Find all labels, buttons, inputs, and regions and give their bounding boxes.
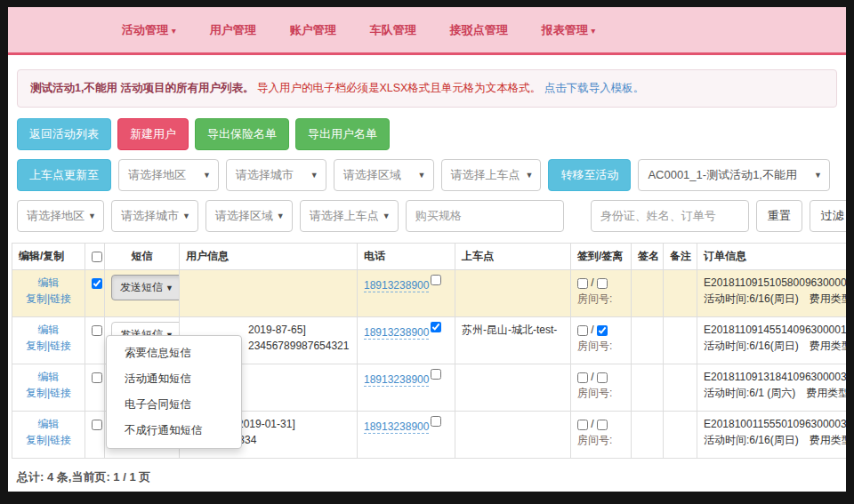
room-number-label: 房间号: <box>577 340 612 352</box>
row-checkbox[interactable] <box>92 278 102 289</box>
col-remark: 备注 <box>664 243 697 269</box>
room-number-label: 房间号: <box>577 292 612 305</box>
download-template-link[interactable]: 点击下载导入模板。 <box>544 82 645 94</box>
new-user-button[interactable]: 新建用户 <box>117 118 189 150</box>
target-activity-select[interactable]: AC0001_1-测试活动1,不能用▼ <box>638 159 830 191</box>
checkout-checkbox[interactable] <box>597 278 608 289</box>
user-table-area: 编辑/复制 短信 用户信息 电话 上车点 签到/签离 签名 备注 订单信息 编辑… <box>12 243 846 459</box>
chevron-down-icon: ▼ <box>277 212 285 220</box>
phone-checkbox[interactable] <box>431 275 441 285</box>
phone-checkbox[interactable] <box>431 322 441 332</box>
district-select-2[interactable]: 请选择区域▼ <box>205 200 293 232</box>
remark-cell <box>664 269 697 316</box>
row-checkbox[interactable] <box>92 420 102 430</box>
order-number: E2018110914551409630000195 <box>704 322 846 339</box>
phone-link[interactable]: 18913238900 <box>364 279 429 292</box>
pickup-select-2[interactable]: 请选择上车点▼ <box>300 200 399 232</box>
phone-link[interactable]: 18913238900 <box>364 326 429 340</box>
back-to-activities-button[interactable]: 返回活动列表 <box>17 118 111 150</box>
search-input[interactable] <box>591 200 749 232</box>
chevron-down-icon: ▾ <box>591 26 595 36</box>
update-pickup-button[interactable]: 上车点更新至 <box>17 159 111 191</box>
sms-menu-item-request-info[interactable]: 索要信息短信 <box>107 340 241 366</box>
edit-link[interactable]: 编辑 <box>38 371 60 383</box>
checkin-checkbox[interactable] <box>577 278 588 289</box>
checkout-checkbox[interactable] <box>597 420 608 430</box>
select-value: 请选择地区 <box>27 208 85 224</box>
edit-link[interactable]: 编辑 <box>38 276 60 289</box>
region-select[interactable]: 请选择地区▼ <box>118 159 219 191</box>
chevron-down-icon: ▼ <box>814 171 822 180</box>
nav-label: 车队管理 <box>370 23 416 36</box>
city-select[interactable]: 请选择城市▼ <box>226 159 326 191</box>
screen-frame: 活动管理 ▾ 用户管理 账户管理 车队管理 接驳点管理 报表管理 ▾ 测试活动1… <box>0 0 854 504</box>
order-detail: 活动时间:6/16(周日) 费用类型 <box>704 291 846 308</box>
table-row: 编辑复制|链接 发送短信▼ 18913238900 / 房间号: E201811… <box>12 269 847 316</box>
col-pickup: 上车点 <box>455 243 571 269</box>
nav-label: 接驳点管理 <box>450 23 508 36</box>
row-checkbox[interactable] <box>92 372 102 383</box>
phone-checkbox[interactable] <box>431 416 441 427</box>
send-sms-button[interactable]: 发送短信▼ <box>111 275 180 300</box>
edit-link[interactable]: 编辑 <box>38 418 60 430</box>
nav-item-report-mgmt[interactable]: 报表管理 ▾ <box>542 22 596 38</box>
copy-link[interactable]: 复制|链接 <box>26 292 71 305</box>
nav-item-shuttle-point-mgmt[interactable]: 接驳点管理 <box>450 22 508 38</box>
select-all-checkbox[interactable] <box>92 252 102 262</box>
sms-menu-item-e-contract[interactable]: 电子合同短信 <box>107 392 241 418</box>
edit-link[interactable]: 编辑 <box>38 324 60 336</box>
copy-link[interactable]: 复制|链接 <box>26 387 71 399</box>
col-user-info: 用户信息 <box>180 243 358 269</box>
checkout-checkbox[interactable] <box>597 372 608 383</box>
sms-button-label: 发送短信 <box>120 281 163 293</box>
table-header-row: 编辑/复制 短信 用户信息 电话 上车点 签到/签离 签名 备注 订单信息 <box>12 243 847 269</box>
region-select-2[interactable]: 请选择地区▼ <box>17 200 104 232</box>
nav-label: 用户管理 <box>210 23 256 36</box>
chevron-down-icon: ▼ <box>88 212 96 220</box>
copy-link[interactable]: 复制|链接 <box>26 340 71 352</box>
transfer-activity-button[interactable]: 转移至活动 <box>548 159 631 191</box>
pickup-select[interactable]: 请选择上车点▼ <box>441 159 542 191</box>
checkin-checkbox[interactable] <box>577 420 588 430</box>
select-value: 请选择区域 <box>215 208 273 224</box>
spec-input[interactable] <box>406 200 564 232</box>
nav-item-activity-mgmt[interactable]: 活动管理 ▾ <box>122 22 176 38</box>
nav-label: 账户管理 <box>290 23 336 36</box>
nav-item-user-mgmt[interactable]: 用户管理 <box>210 22 256 38</box>
pickup-text: 苏州-昆山-城北-test- <box>462 324 557 336</box>
nav-item-fleet-mgmt[interactable]: 车队管理 <box>370 22 416 38</box>
export-insurance-button[interactable]: 导出保险名单 <box>195 118 289 150</box>
remark-cell <box>664 411 697 458</box>
col-sms: 短信 <box>105 243 180 269</box>
sms-dropdown-menu: 索要信息短信 活动通知短信 电子合同短信 不成行通知短信 <box>106 335 242 449</box>
col-select-all <box>85 243 105 269</box>
copy-link[interactable]: 复制|链接 <box>26 434 71 446</box>
filter-button[interactable]: 过滤 <box>810 200 846 232</box>
select-value: AC0001_1-测试活动1,不能用 <box>648 167 797 183</box>
alert-warning-text: 导入用户的电子档必须是XLSX格式且单元格为文本格式。 <box>257 82 541 94</box>
export-users-button[interactable]: 导出用户名单 <box>295 118 390 150</box>
order-detail: 活动时间:6/1 (周六) 费用类型 <box>704 385 846 402</box>
chevron-down-icon: ▼ <box>310 171 318 180</box>
info-alert: 测试活动1,不能用 活动项目的所有用户列表。 导入用户的电子档必须是XLSX格式… <box>17 69 837 108</box>
nav-label: 报表管理 <box>542 23 588 36</box>
sms-menu-item-cancel-notice[interactable]: 不成行通知短信 <box>107 418 241 444</box>
nav-item-account-mgmt[interactable]: 账户管理 <box>290 22 336 38</box>
district-select[interactable]: 请选择区域▼ <box>334 159 434 191</box>
checkout-checkbox[interactable] <box>597 325 608 336</box>
sms-menu-item-activity-notice[interactable]: 活动通知短信 <box>107 366 241 392</box>
search-filter-row: 请选择地区▼ 请选择城市▼ 请选择区域▼ 请选择上车点▼ 重置 过滤 <box>17 200 837 232</box>
reset-button[interactable]: 重置 <box>756 200 802 232</box>
chevron-down-icon: ▾ <box>172 26 176 36</box>
row-checkbox[interactable] <box>92 325 102 336</box>
order-number: E201811091318410963000031 <box>704 369 846 386</box>
order-detail: 活动时间:6/16(周日) 费用类型 <box>704 338 846 355</box>
chevron-down-icon: ▼ <box>203 171 211 180</box>
phone-link[interactable]: 18913238900 <box>364 373 429 387</box>
checkin-checkbox[interactable] <box>577 372 588 383</box>
city-select-2[interactable]: 请选择城市▼ <box>111 200 198 232</box>
checkin-checkbox[interactable] <box>577 325 588 336</box>
phone-link[interactable]: 18913238900 <box>364 420 429 434</box>
phone-checkbox[interactable] <box>431 369 441 380</box>
col-check-in-out: 签到/签离 <box>571 243 632 269</box>
